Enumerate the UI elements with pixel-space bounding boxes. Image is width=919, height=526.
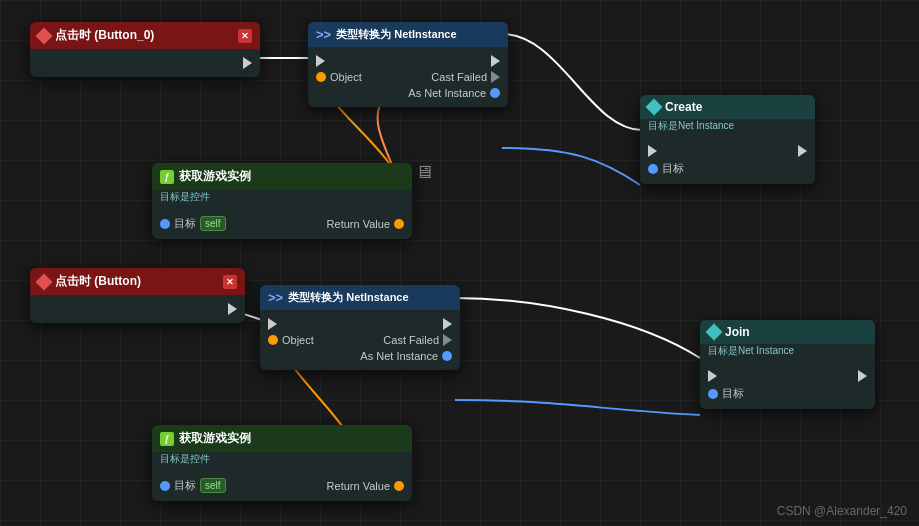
as-net-row-top: As Net Instance [316,85,500,101]
join-exec-in[interactable] [708,370,717,382]
create-target-row: 目标 [648,159,807,178]
cast-bot-exec-out[interactable] [443,318,452,330]
return-pin-bot[interactable] [394,481,404,491]
as-net-pin-bot[interactable] [442,351,452,361]
self-badge-bot: self [200,478,226,493]
get-game-bot-node: f 获取游戏实例 目标是控件 目标 self Return Value [152,425,412,501]
object-in-pin[interactable] [316,72,326,82]
event-icon [36,27,53,44]
target-in-pin-bot[interactable] [160,481,170,491]
cast-icon-bot: >> [268,290,283,305]
click-button0-node: 点击时 (Button_0) ✕ [30,22,260,77]
cast-failed-pin[interactable] [491,71,500,83]
cast-net-bot-title: 类型转换为 NetInstance [288,290,408,305]
join-target-row: 目标 [708,384,867,403]
create-header: Create [640,95,815,119]
cast-net-top-node: >> 类型转换为 NetInstance Object Cast Failed … [308,22,508,107]
close-button1[interactable]: ✕ [223,275,237,289]
join-diamond-icon [706,324,723,341]
return-label-bot: Return Value [327,480,390,492]
create-node: Create 目标是Net Instance 目标 [640,95,815,184]
click-button0-header: 点击时 (Button_0) ✕ [30,22,260,49]
exec-out-row [38,55,252,71]
create-subtitle: 目标是Net Instance [640,119,815,137]
cast-top-exec-row [316,53,500,69]
click-button1-title: 点击时 (Button) [55,273,141,290]
join-exec-out[interactable] [858,370,867,382]
get-game-top-target-row: 目标 self Return Value [160,214,404,233]
create-diamond-icon [646,99,663,116]
as-net-row-bot: As Net Instance [268,348,452,364]
create-exec-in[interactable] [648,145,657,157]
create-target-label: 目标 [662,161,684,176]
get-game-bot-subtitle: 目标是控件 [152,452,412,470]
click-button1-node: 点击时 (Button) ✕ [30,268,245,323]
watermark: CSDN @Alexander_420 [777,504,907,518]
click-button1-header: 点击时 (Button) ✕ [30,268,245,295]
cast-bot-object-row: Object Cast Failed [268,332,452,348]
cast-bot-exec-in[interactable] [268,318,277,330]
join-node: Join 目标是Net Instance 目标 [700,320,875,409]
target-label-bot: 目标 [174,478,196,493]
get-game-top-header: f 获取游戏实例 [152,163,412,190]
cast-net-bot-node: >> 类型转换为 NetInstance Object Cast Failed … [260,285,460,370]
cast-icon-top: >> [316,27,331,42]
object-in-pin-bot[interactable] [268,335,278,345]
join-target-label: 目标 [722,386,744,401]
cast-net-top-header: >> 类型转换为 NetInstance [308,22,508,47]
cast-net-bot-header: >> 类型转换为 NetInstance [260,285,460,310]
get-game-bot-title: 获取游戏实例 [179,430,251,447]
click-button0-title: 点击时 (Button_0) [55,27,154,44]
return-pin-top[interactable] [394,219,404,229]
object-label: Object [330,71,362,83]
exec-out-pin-1[interactable] [228,303,237,315]
self-badge-top: self [200,216,226,231]
as-net-label-top: As Net Instance [408,87,486,99]
func-icon-bot: f [160,432,174,446]
cast-top-exec-in[interactable] [316,55,325,67]
join-title: Join [725,325,750,339]
cast-net-top-title: 类型转换为 NetInstance [336,27,456,42]
exec-out-pin[interactable] [243,57,252,69]
create-target-in[interactable] [648,164,658,174]
cast-top-exec-out[interactable] [491,55,500,67]
create-exec-row [648,143,807,159]
as-net-label-bot: As Net Instance [360,350,438,362]
cast-failed-pin-bot[interactable] [443,334,452,346]
close-button0[interactable]: ✕ [238,29,252,43]
join-exec-row [708,368,867,384]
return-label-top: Return Value [327,218,390,230]
monitor-icon-top: 🖥 [415,162,433,183]
create-title: Create [665,100,702,114]
func-icon-top: f [160,170,174,184]
event-icon-1 [36,273,53,290]
join-target-in[interactable] [708,389,718,399]
as-net-pin-top[interactable] [490,88,500,98]
get-game-top-node: f 获取游戏实例 目标是控件 目标 self Return Value [152,163,412,239]
create-exec-out[interactable] [798,145,807,157]
cast-top-object-row: Object Cast Failed [316,69,500,85]
target-label-top: 目标 [174,216,196,231]
join-header: Join [700,320,875,344]
object-label-bot: Object [282,334,314,346]
get-game-bot-header: f 获取游戏实例 [152,425,412,452]
get-game-top-title: 获取游戏实例 [179,168,251,185]
cast-failed-label: Cast Failed [431,71,487,83]
join-subtitle: 目标是Net Instance [700,344,875,362]
cast-bot-exec-row [268,316,452,332]
target-in-pin-top[interactable] [160,219,170,229]
cast-failed-label-bot: Cast Failed [383,334,439,346]
get-game-bot-target-row: 目标 self Return Value [160,476,404,495]
get-game-top-subtitle: 目标是控件 [152,190,412,208]
exec-out-row-1 [38,301,237,317]
